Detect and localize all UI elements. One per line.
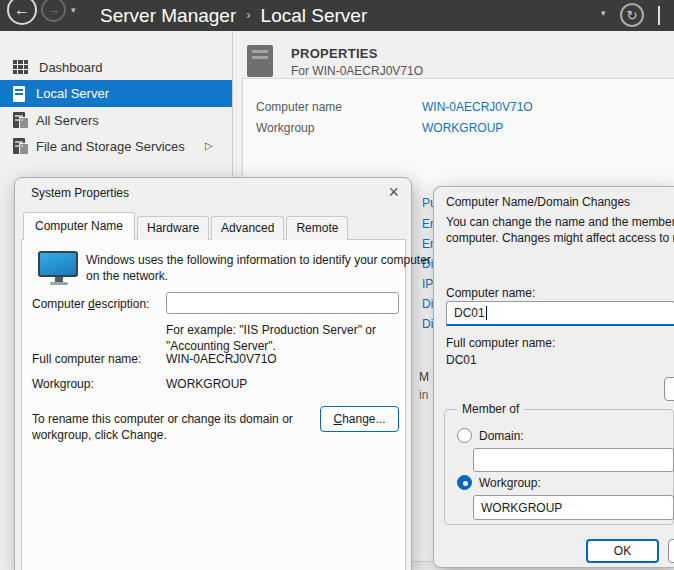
dialog-body-text: computer. Changes might affect access to… <box>446 231 674 245</box>
intro-text: on the network. <box>86 269 168 283</box>
computer-description-input[interactable] <box>166 292 399 314</box>
clipped-value-link[interactable]: IP <box>422 277 433 291</box>
breadcrumb: Server Manager › Local Server <box>100 0 367 31</box>
sidebar-item-file-storage[interactable]: File and Storage Services ▷ <box>0 133 232 159</box>
full-computer-name-value: WIN-0AECRJ0V71O <box>166 352 277 366</box>
dialog-title: System Properties <box>31 186 129 200</box>
toolbar-separator <box>658 6 660 25</box>
properties-title: PROPERTIES <box>291 46 378 61</box>
computer-name-label: Computer name: <box>446 286 535 300</box>
sidebar-item-label: All Servers <box>36 113 99 128</box>
computer-description-label: Computer description: <box>32 297 149 311</box>
computer-name-input[interactable]: DC01 <box>446 301 674 326</box>
title-bar: ← → ▾ Server Manager › Local Server ▾ ↻ <box>0 0 674 31</box>
full-computer-name-label: Full computer name: <box>32 352 141 366</box>
system-properties-dialog: System Properties × Computer Name Hardwa… <box>14 177 412 570</box>
refresh-icon[interactable]: ↻ <box>620 3 644 27</box>
monitor-icon <box>38 251 80 289</box>
workgroup-label: Workgroup: <box>32 377 94 391</box>
back-icon[interactable]: ← <box>7 0 37 25</box>
sidebar-item-label: Local Server <box>36 86 109 101</box>
property-label: Computer name <box>256 100 342 114</box>
all-servers-icon <box>13 112 25 128</box>
computer-name-link[interactable]: WIN-0AECRJ0V71O <box>422 100 533 114</box>
rename-hint-text: To rename this computer or change its do… <box>32 412 293 426</box>
breadcrumb-separator: › <box>246 7 250 22</box>
clipped-value-link[interactable]: Di <box>422 297 433 311</box>
member-of-groupbox: Member of Domain: Workgroup: WORKGROUP <box>444 409 674 525</box>
domain-input[interactable] <box>473 448 674 472</box>
change-button[interactable]: Change... <box>320 406 399 432</box>
sidebar-item-dashboard[interactable]: Dashboard <box>0 54 232 80</box>
clipped-text: M <box>419 370 429 384</box>
sidebar-item-local-server[interactable]: Local Server <box>0 80 232 107</box>
dialog-title: Computer Name/Domain Changes <box>446 195 630 209</box>
workgroup-radio-label[interactable]: Workgroup: <box>479 476 541 490</box>
example-text: For example: "IIS Production Server" or <box>166 323 376 337</box>
server-icon <box>247 45 273 77</box>
dialog-body-text: You can change the name and the membersh… <box>446 215 674 229</box>
tab-hardware[interactable]: Hardware <box>137 216 209 240</box>
workgroup-link[interactable]: WORKGROUP <box>422 121 503 135</box>
clipped-text: in <box>419 388 428 402</box>
clipped-value-link[interactable]: Di <box>422 317 433 331</box>
file-storage-icon <box>13 138 25 154</box>
member-of-label: Member of <box>457 402 524 416</box>
text-cursor <box>486 306 487 320</box>
sidebar-item-all-servers[interactable]: All Servers <box>0 107 232 133</box>
manage-dropdown-caret-icon[interactable]: ▾ <box>601 8 606 18</box>
close-icon[interactable]: × <box>388 182 399 202</box>
full-computer-name-value: DC01 <box>446 353 477 367</box>
full-computer-name-label: Full computer name: <box>446 336 555 350</box>
domain-changes-dialog: Computer Name/Domain Changes You can cha… <box>433 186 674 568</box>
tab-remote[interactable]: Remote <box>286 216 348 240</box>
tab-computer-name[interactable]: Computer Name <box>23 212 135 240</box>
tab-page-computer-name: Windows uses the following information t… <box>21 239 406 570</box>
ok-button[interactable]: OK <box>586 539 659 563</box>
rename-hint-text: workgroup, click Change. <box>32 428 167 442</box>
intro-text: Windows uses the following information t… <box>86 253 431 267</box>
sidebar-item-label: Dashboard <box>39 60 103 75</box>
dashboard-icon <box>13 60 28 74</box>
workgroup-value: WORKGROUP <box>166 377 247 391</box>
forward-icon: → <box>41 0 66 22</box>
sidebar-item-label: File and Storage Services <box>36 139 185 154</box>
breadcrumb-current: Local Server <box>261 5 368 27</box>
tab-bar: Computer Name Hardware Advanced Remote <box>23 212 350 240</box>
breadcrumb-root[interactable]: Server Manager <box>100 5 236 27</box>
workgroup-radio[interactable] <box>457 475 472 490</box>
workgroup-input[interactable]: WORKGROUP <box>473 495 674 520</box>
server-manager-window: ← → ▾ Server Manager › Local Server ▾ ↻ … <box>0 0 674 570</box>
properties-subtitle: For WIN-0AECRJ0V71O <box>291 64 423 78</box>
tab-advanced[interactable]: Advanced <box>211 216 284 240</box>
property-label: Workgroup <box>256 121 314 135</box>
example-text: "Accounting Server". <box>166 339 276 353</box>
domain-radio-label[interactable]: Domain: <box>479 429 524 443</box>
cancel-button-clipped[interactable] <box>668 539 674 563</box>
more-button-clipped[interactable] <box>664 377 674 401</box>
nav-dropdown-caret-icon[interactable]: ▾ <box>71 5 76 15</box>
local-server-icon <box>13 86 25 102</box>
domain-radio[interactable] <box>457 428 472 443</box>
chevron-right-icon: ▷ <box>205 140 213 151</box>
